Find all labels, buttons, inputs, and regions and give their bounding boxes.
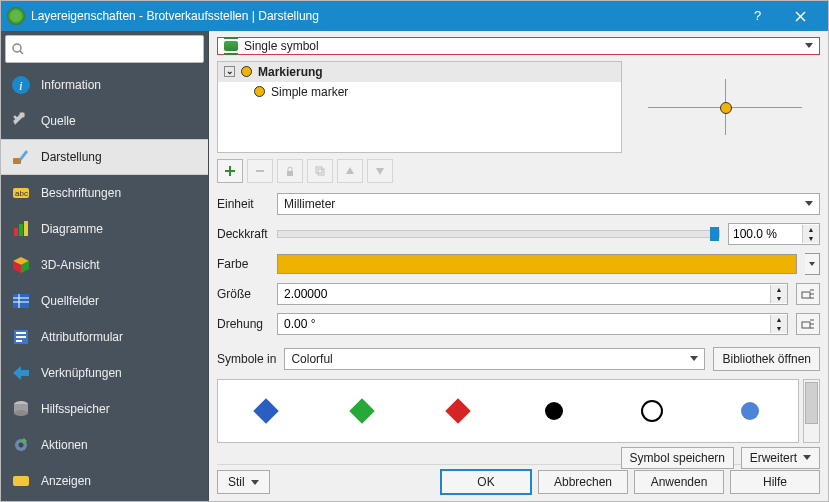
opacity-input[interactable] — [729, 227, 801, 241]
swatch-circle-outline[interactable] — [641, 400, 663, 422]
sidebar-item-attributeform[interactable]: Attributformular — [1, 319, 208, 355]
unit-label: Einheit — [217, 197, 269, 211]
sidebar-item-label: Information — [41, 78, 101, 92]
info-icon: i — [11, 75, 31, 95]
opacity-label: Deckkraft — [217, 227, 269, 241]
sidebar-item-label: Anzeigen — [41, 474, 91, 488]
svg-rect-16 — [13, 294, 29, 308]
close-button[interactable] — [778, 1, 822, 31]
preview-marker — [720, 102, 732, 114]
swatch-diamond-red[interactable] — [445, 398, 470, 423]
unit-value: Millimeter — [284, 197, 335, 211]
spin-up[interactable]: ▲ — [803, 225, 819, 234]
symbol-preview — [630, 61, 820, 153]
cube-icon — [11, 255, 31, 275]
rotation-label: Drehung — [217, 317, 269, 331]
save-symbol-button[interactable]: Symbol speichern — [621, 447, 734, 469]
move-up-button[interactable] — [337, 159, 363, 183]
chevron-down-icon — [690, 356, 698, 361]
symbol-group-combo[interactable]: Colorful — [284, 348, 705, 370]
symbol-layer-tree[interactable]: ⌄ Markierung Simple marker — [217, 61, 622, 153]
help-button[interactable]: ? — [734, 1, 778, 31]
lock-layer-button[interactable] — [277, 159, 303, 183]
size-spinbox[interactable]: ▲▼ — [277, 283, 788, 305]
add-layer-button[interactable] — [217, 159, 243, 183]
spin-down[interactable]: ▼ — [771, 294, 787, 303]
color-button[interactable] — [277, 254, 797, 274]
renderer-type-label: Single symbol — [244, 39, 319, 53]
qgis-icon — [7, 7, 25, 25]
tree-root-row[interactable]: ⌄ Markierung — [218, 62, 621, 82]
display-icon — [11, 471, 31, 491]
sidebar-item-actions[interactable]: Aktionen — [1, 427, 208, 463]
marker-preview-icon — [241, 66, 252, 77]
advanced-label: Erweitert — [750, 451, 797, 465]
chevron-down-icon — [809, 262, 815, 266]
apply-button[interactable]: Anwenden — [634, 470, 724, 494]
advanced-menu-button[interactable]: Erweitert — [741, 447, 820, 469]
svg-rect-37 — [318, 169, 324, 175]
swatch-diamond-blue[interactable] — [253, 398, 278, 423]
swatch-scrollbar[interactable] — [803, 379, 820, 443]
svg-rect-35 — [287, 171, 293, 176]
renderer-type-combo[interactable]: Single symbol — [217, 37, 820, 55]
sidebar-item-sourcefields[interactable]: Quellfelder — [1, 283, 208, 319]
size-input[interactable] — [278, 287, 770, 301]
tree-child-row[interactable]: Simple marker — [218, 82, 621, 102]
diagrams-icon — [11, 219, 31, 239]
open-library-button[interactable]: Bibliothek öffnen — [713, 347, 820, 371]
svg-text:?: ? — [754, 9, 761, 23]
sidebar-item-label: Aktionen — [41, 438, 88, 452]
svg-rect-21 — [16, 332, 26, 334]
sidebar-item-source[interactable]: Quelle — [1, 103, 208, 139]
sidebar-item-joins[interactable]: Verknüpfungen — [1, 355, 208, 391]
ok-button[interactable]: OK — [440, 469, 532, 495]
scrollbar-thumb[interactable] — [805, 382, 818, 424]
ok-label: OK — [477, 475, 494, 489]
spin-up[interactable]: ▲ — [771, 315, 787, 324]
collapse-icon[interactable]: ⌄ — [224, 66, 235, 77]
sidebar-item-auxstorage[interactable]: Hilfsspeicher — [1, 391, 208, 427]
swatch-circle-black[interactable] — [545, 402, 563, 420]
duplicate-layer-button[interactable] — [307, 159, 333, 183]
swatch-diamond-green[interactable] — [349, 398, 374, 423]
sidebar-item-label: Beschriftungen — [41, 186, 121, 200]
sidebar-item-3dview[interactable]: 3D-Ansicht — [1, 247, 208, 283]
style-menu-button[interactable]: Stil — [217, 470, 270, 494]
sidebar-item-label: Quelle — [41, 114, 76, 128]
sidebar-item-labels[interactable]: abc Beschriftungen — [1, 175, 208, 211]
form-icon — [11, 327, 31, 347]
sidebar-item-diagrams[interactable]: Diagramme — [1, 211, 208, 247]
unit-combo[interactable]: Millimeter — [277, 193, 820, 215]
svg-rect-12 — [24, 221, 28, 236]
symbol-swatch-list[interactable] — [217, 379, 799, 443]
remove-layer-button[interactable] — [247, 159, 273, 183]
opacity-spinbox[interactable]: ▲▼ — [728, 223, 820, 245]
chevron-down-icon — [805, 43, 813, 48]
sidebar-item-display[interactable]: Anzeigen — [1, 463, 208, 499]
single-symbol-icon — [224, 41, 238, 51]
style-label: Stil — [228, 475, 245, 489]
spin-up[interactable]: ▲ — [771, 285, 787, 294]
data-defined-override-rotation[interactable] — [796, 313, 820, 335]
sidebar-item-information[interactable]: i Information — [1, 67, 208, 103]
spin-down[interactable]: ▼ — [803, 234, 819, 243]
opacity-slider[interactable] — [277, 230, 720, 238]
sidebar-search[interactable] — [5, 35, 204, 63]
svg-marker-24 — [13, 366, 29, 380]
sidebar-item-symbology[interactable]: Darstellung — [1, 139, 208, 175]
svg-rect-36 — [316, 167, 322, 173]
color-menu-button[interactable] — [805, 253, 820, 275]
cancel-button[interactable]: Abbrechen — [538, 470, 628, 494]
data-defined-override-size[interactable] — [796, 283, 820, 305]
move-down-button[interactable] — [367, 159, 393, 183]
swatch-circle-blue[interactable] — [741, 402, 759, 420]
help-footer-button[interactable]: Hilfe — [730, 470, 820, 494]
rotation-input[interactable] — [278, 317, 770, 331]
tree-child-label: Simple marker — [271, 85, 348, 99]
slider-handle[interactable] — [710, 227, 719, 241]
rotation-spinbox[interactable]: ▲▼ — [277, 313, 788, 335]
spin-down[interactable]: ▼ — [771, 324, 787, 333]
gear-icon — [11, 435, 31, 455]
labels-icon: abc — [11, 183, 31, 203]
